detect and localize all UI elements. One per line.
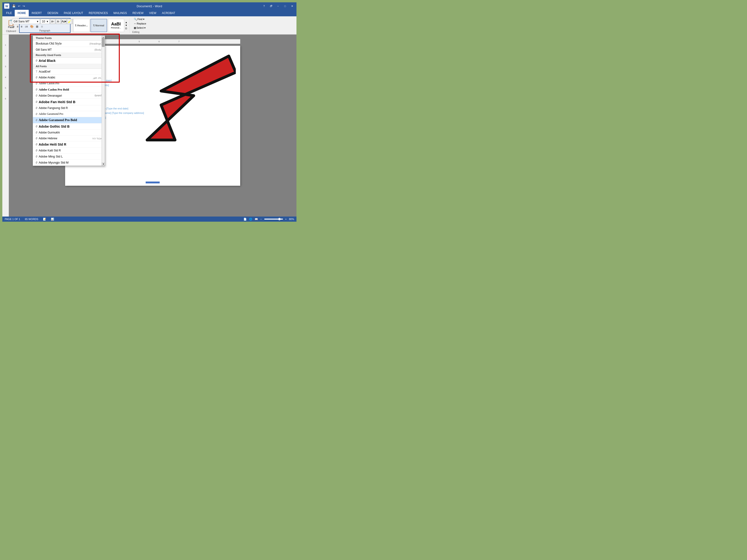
tab-home[interactable]: HOME xyxy=(15,10,29,16)
undo-icon[interactable]: ↩ xyxy=(17,4,21,8)
save-icon[interactable]: 💾 xyxy=(11,4,17,8)
acadef-name: AcadEref xyxy=(39,70,102,73)
minimize-button[interactable]: − xyxy=(276,3,281,9)
font-name-row: Gill Sans MT ▾ 10 ▾ A+ A- Aa▾ 🖌 ☰ xyxy=(12,19,78,24)
font-aa-button[interactable]: Aa▾ xyxy=(61,19,67,24)
style-personal-preview: AaBl xyxy=(111,22,121,27)
adobe-fangsong-name: Adobe Fangsong Std R xyxy=(39,106,102,110)
replace-button[interactable]: ↔ Replace xyxy=(132,22,148,25)
ruler-h-7: 7 xyxy=(178,41,180,43)
adobe-fan-icon: 0 xyxy=(36,100,37,104)
restore-button[interactable]: 🗗 xyxy=(268,3,274,9)
tab-page-layout[interactable]: PAGE LAYOUT xyxy=(61,10,86,16)
arial-black-icon: 0 xyxy=(36,59,37,62)
theme-fonts-header: Theme Fonts xyxy=(33,36,105,41)
view-web-icon[interactable]: 🌐 xyxy=(249,218,252,221)
font-adobe-caslon-pro[interactable]: 0 Adobe Caslon Pro xyxy=(33,80,105,86)
redo-icon[interactable]: ↪ xyxy=(22,4,26,8)
ribbon-tabs: FILE HOME INSERT DESIGN PAGE LAYOUT REFE… xyxy=(2,10,297,16)
shading-icon[interactable]: 🎨 xyxy=(29,25,34,29)
word-count: 65 WORDS xyxy=(25,218,38,220)
style-normal[interactable]: ¶ Normal xyxy=(91,19,107,32)
align-right-icon[interactable]: ≡ xyxy=(20,25,23,29)
ribbon: 📋 Paste Clipboard Gill Sans MT ▾ 10 xyxy=(2,16,297,34)
close-button[interactable]: ✕ xyxy=(289,3,294,9)
ruler-h-5: 5 xyxy=(139,41,140,43)
font-adobe-gothic[interactable]: 0 Adobe Gothic Std B xyxy=(33,124,105,130)
font-adobe-myungjo[interactable]: 0 Adobe Myungjo Std M xyxy=(33,160,105,166)
window-controls: ? 🗗 − □ ✕ xyxy=(222,3,294,9)
view-read-icon[interactable]: 📖 xyxy=(255,218,258,221)
paragraph-controls: ≡ ≡ ≡ ↕≡ 🎨 ⊞ ⊡ xyxy=(12,25,44,29)
font-grow-button[interactable]: A+ xyxy=(50,19,55,24)
ruler-mark-6: 6 xyxy=(5,98,6,100)
font-adobe-fangsong[interactable]: 0 Adobe Fangsong Std R xyxy=(33,105,105,111)
style-personal[interactable]: AaBl Personal... xyxy=(108,19,124,32)
help-button[interactable]: ? xyxy=(261,3,266,9)
adobe-hebrew-tag: אבגד הוז xyxy=(93,137,102,140)
styles-up-icon[interactable]: ▲ xyxy=(125,21,127,24)
macro-icon[interactable]: 📊 xyxy=(51,218,54,221)
font-adobe-kaiti[interactable]: 0 Adobe Kaiti Std R xyxy=(33,148,105,154)
style-header[interactable]: ¶ Header... xyxy=(73,19,89,32)
font-adobe-gurmukhi[interactable]: 0 Adobe Gurmukhi xyxy=(33,130,105,136)
styles-down-icon[interactable]: ▼ xyxy=(125,24,127,27)
font-adobe-heiti[interactable]: 0 Adobe Heiti Std R xyxy=(33,141,105,148)
align-center-icon[interactable]: ≡ xyxy=(16,25,19,29)
format-row: ≡ ≡ ≡ ↕≡ 🎨 ⊞ ⊡ xyxy=(12,25,78,29)
font-adobe-garamond-pro-bold[interactable]: 0 Adobe Garamond Pro Bold xyxy=(33,117,105,124)
adobe-myungjo-icon: 0 xyxy=(36,161,37,164)
bookman-tag: (Headings) xyxy=(89,42,102,45)
gillsans-name: Gill Sans MT xyxy=(36,48,95,51)
line-spacing-icon[interactable]: ↕≡ xyxy=(24,25,29,29)
font-name-dropdown[interactable]: Gill Sans MT ▾ xyxy=(12,19,40,24)
font-adobe-garamond-pro[interactable]: 0 Adobe Garamond Pro xyxy=(33,111,105,117)
find-button[interactable]: 🔍 Find ▾ xyxy=(132,17,148,21)
adobe-hebrew-icon: 0 xyxy=(36,137,37,140)
dropdown-scrollbar[interactable]: ▲ ▼ xyxy=(102,36,105,166)
font-acadef[interactable]: T AcadEref xyxy=(33,69,105,75)
tab-mailings[interactable]: MAILINGS xyxy=(111,10,130,16)
tab-insert[interactable]: INSERT xyxy=(29,10,45,16)
zoom-minus-button[interactable]: − xyxy=(260,218,262,220)
scrollbar-thumb[interactable] xyxy=(102,37,105,47)
adobe-ming-icon: 0 xyxy=(36,155,37,158)
view-print-icon[interactable]: 📄 xyxy=(243,218,247,221)
left-ruler: 1 2 3 4 5 6 xyxy=(2,34,9,216)
font-adobe-ming[interactable]: 0 Adobe Ming Std L xyxy=(33,154,105,160)
select-button[interactable]: ▦ Select ▾ xyxy=(132,26,148,30)
zoom-plus-button[interactable]: + xyxy=(285,218,287,220)
maximize-button[interactable]: □ xyxy=(282,3,288,9)
expand-icon[interactable]: ⊡ xyxy=(40,25,44,28)
font-shrink-button[interactable]: A- xyxy=(56,19,61,24)
proofing-icon[interactable]: 📝 xyxy=(43,218,46,221)
tab-view[interactable]: VIEW xyxy=(146,10,159,16)
tab-file[interactable]: FILE xyxy=(3,10,15,16)
tab-review[interactable]: REVIEW xyxy=(130,10,146,16)
tab-design[interactable]: DESIGN xyxy=(45,10,61,16)
font-adobe-caslon-pro-bold[interactable]: 0 Adobe Caslon Pro Bold xyxy=(33,86,105,93)
styles-arrows: ▲ ▼ ⊡ xyxy=(125,21,127,30)
theme-font-gillsans[interactable]: Gill Sans MT (Body) xyxy=(33,47,105,53)
scroll-down-button[interactable]: ▼ xyxy=(102,162,105,166)
word-logo: W xyxy=(4,3,9,9)
zoom-slider[interactable] xyxy=(264,219,283,219)
adobe-fan-name: Adobe Fan Heiti Std B xyxy=(39,100,102,104)
font-adobe-fan-heiti[interactable]: 0 Adobe Fan Heiti Std B xyxy=(33,99,105,105)
styles-expand-icon[interactable]: ⊡ xyxy=(125,27,127,30)
adobe-garamond-icon: 0 xyxy=(36,112,37,116)
adobe-arabic-icon: 0 xyxy=(36,76,37,79)
font-size-dropdown[interactable]: 10 ▾ xyxy=(41,19,50,24)
borders-icon[interactable]: ⊞ xyxy=(35,25,39,29)
align-left-icon[interactable]: ≡ xyxy=(12,25,16,29)
recent-font-arial-black[interactable]: 0 Arial Black xyxy=(33,58,105,64)
all-fonts-header: All Fonts xyxy=(33,64,105,69)
font-adobe-arabic[interactable]: 0 Adobe Arabic أيجد هوز xyxy=(33,75,105,80)
tab-references[interactable]: REFERENCES xyxy=(86,10,111,16)
editing-label: Editing xyxy=(132,31,148,33)
font-adobe-hebrew[interactable]: 0 Adobe Hebrew אבגד הוז xyxy=(33,136,105,141)
tab-acrobat[interactable]: ACROBAT xyxy=(159,10,178,16)
font-adobe-devanagari[interactable]: 0 Adobe Devanagari देवनागरी xyxy=(33,93,105,99)
style-normal-preview: ¶ Normal xyxy=(93,24,104,27)
theme-font-bookman[interactable]: Bookman Old Style (Headings) xyxy=(33,41,105,47)
